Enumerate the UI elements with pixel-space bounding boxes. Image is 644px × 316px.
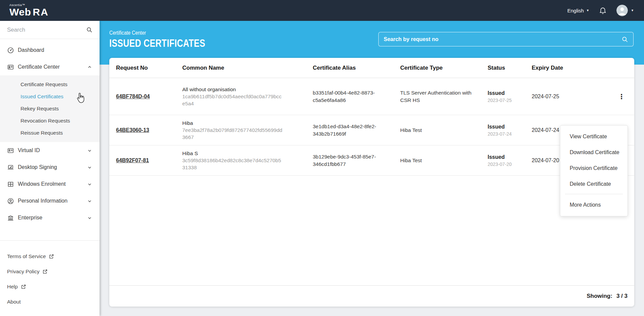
chevron-down-icon: [87, 165, 92, 170]
sidebar-nav: Dashboard Certificate Center Certificate…: [0, 39, 100, 226]
topbar: Ascertia™ WebRA English ▼ ▼: [0, 0, 644, 21]
sidebar-item-dashboard[interactable]: Dashboard: [0, 42, 100, 59]
caret-down-icon: ▼: [586, 9, 589, 12]
user-menu[interactable]: ▼: [616, 5, 634, 16]
menu-item-delete-certificate[interactable]: Delete Certificate: [560, 176, 628, 192]
webra-logo[interactable]: Ascertia™ WebRA: [9, 3, 49, 17]
sidebar-search: [0, 21, 100, 39]
sidebar-item-virtual-id[interactable]: Virtual ID: [0, 142, 100, 159]
bank-building-icon: [7, 214, 14, 221]
certificate-center-submenu: Certificate Requests Issued Certificates…: [0, 75, 100, 142]
menu-item-more-actions[interactable]: More Actions: [560, 196, 628, 213]
windows-icon: [7, 181, 14, 188]
status-cell: Issued 2023-07-20: [488, 154, 532, 167]
sidebar-item-revocation-requests[interactable]: Revocation Requests: [0, 115, 100, 127]
sidebar-item-certificate-requests[interactable]: Certificate Requests: [0, 78, 100, 91]
sidebar-item-certificate-center[interactable]: Certificate Center: [0, 59, 100, 75]
sidebar-search-input[interactable]: [7, 27, 86, 33]
request-no-link[interactable]: 64BE3060-13: [116, 127, 149, 133]
expiry-date: 2024-07-25: [532, 94, 618, 100]
request-search-box: [378, 32, 634, 46]
table-row: 64BE3060-13 Hiba 7ee3ba2f78a2b079fd87267…: [109, 115, 634, 145]
column-header-status: Status: [488, 65, 532, 71]
caret-down-icon: ▼: [631, 9, 634, 12]
sidebar: Dashboard Certificate Center Certificate…: [0, 21, 100, 316]
chevron-down-icon: [87, 148, 92, 153]
help-link[interactable]: Help: [0, 279, 100, 294]
terms-of-service-link[interactable]: Terms of Service: [0, 249, 100, 264]
menu-item-view-certificate[interactable]: View Certificate: [560, 129, 628, 144]
table-footer: Showing: 3 / 3: [109, 285, 634, 307]
common-name-cell: Hiba S 3c59f8d38186b42ed82c8c38e7d4c5270…: [182, 150, 313, 171]
external-link-icon: [21, 284, 26, 289]
certificate-type: TLS Server Authentication with CSR HS: [400, 89, 471, 104]
id-card-icon: [7, 147, 14, 154]
sidebar-item-windows-enrolment[interactable]: Windows Enrolment: [0, 176, 100, 192]
certificate-type: Hiba Test: [400, 127, 471, 134]
language-selector[interactable]: English ▼: [567, 8, 589, 13]
sidebar-item-label: Personal Information: [18, 198, 68, 204]
brand-webra: WebRA: [9, 7, 49, 17]
certificate-alias: b3351faf-00b4-4e82-8873-c5a5e6fa4a86: [313, 89, 389, 104]
menu-divider: [565, 194, 623, 194]
certificate-type: Hiba Test: [400, 157, 471, 164]
showing-label: Showing:: [586, 293, 612, 300]
column-header-certificate-type: Certificate Type: [400, 65, 488, 71]
sidebar-footer-links: Terms of Service Privacy Policy Help: [0, 241, 100, 309]
sidebar-item-label: Virtual ID: [18, 147, 40, 153]
certificate-card-icon: [7, 64, 14, 71]
sidebar-item-label: Dashboard: [18, 47, 44, 53]
status-cell: Issued 2023-07-24: [488, 124, 532, 137]
search-icon[interactable]: [86, 27, 92, 33]
request-no-link[interactable]: 64BF784D-04: [116, 94, 150, 100]
sidebar-item-label: Windows Enrolment: [18, 181, 66, 187]
sidebar-item-desktop-signing[interactable]: Desktop Signing: [0, 159, 100, 176]
menu-item-provision-certificate[interactable]: Provision Certificate: [560, 160, 628, 176]
language-label: English: [567, 8, 584, 13]
sidebar-item-issued-certificates[interactable]: Issued Certificates: [0, 91, 100, 103]
showing-count: 3 / 3: [616, 293, 628, 300]
table-row: 64BF784D-04 All without organisation 1ca…: [109, 78, 634, 115]
status-badge: Issued: [488, 124, 532, 130]
common-name-cell: All without organisation 1ca9b611df5b7dc…: [182, 86, 313, 107]
chevron-down-icon: [87, 216, 92, 220]
chevron-down-icon: [87, 199, 92, 203]
status-badge: Issued: [488, 90, 532, 96]
column-header-expiry-date: Expiry Date: [532, 65, 618, 71]
sidebar-item-rekey-requests[interactable]: Rekey Requests: [0, 103, 100, 115]
row-actions-context-menu: View Certificate Download Certificate Pr…: [560, 125, 628, 216]
sidebar-item-personal-information[interactable]: Personal Information: [0, 192, 100, 209]
chevron-up-icon: [87, 65, 92, 69]
chevron-down-icon: [87, 182, 92, 186]
sidebar-item-enterprise[interactable]: Enterprise: [0, 209, 100, 226]
request-search-input[interactable]: [384, 36, 621, 42]
privacy-policy-link[interactable]: Privacy Policy: [0, 264, 100, 279]
about-link[interactable]: About: [0, 294, 100, 309]
page-title: ISSUED CERTIFICATES: [109, 37, 205, 49]
notifications-bell-icon[interactable]: [599, 6, 607, 15]
external-link-icon: [42, 269, 48, 274]
request-no-link[interactable]: 64B92F07-81: [116, 157, 149, 164]
sidebar-item-label: Certificate Center: [18, 64, 60, 70]
certificate-fingerprint: 1ca9b611df5b7dc0d54aeecfd0ac0a779bcce5a4: [182, 93, 283, 107]
dashboard-gauge-icon: [7, 47, 14, 54]
certificate-fingerprint: 3c59f8d38186b42ed82c8c38e7d4c5270b531338: [182, 157, 283, 171]
search-icon[interactable]: [621, 36, 628, 43]
sidebar-item-label: Desktop Signing: [18, 164, 57, 170]
menu-item-download-certificate[interactable]: Download Certificate: [560, 144, 628, 160]
column-header-request-no: Request No: [116, 65, 182, 71]
table-row: 64B92F07-81 Hiba S 3c59f8d38186b42ed82c8…: [109, 145, 634, 176]
column-header-certificate-alias: Certificate Alias: [313, 65, 400, 71]
certificate-alias: 3b129ebe-9dc3-453f-85e7-346cd1fbb677: [313, 153, 389, 168]
certificate-fingerprint: 7ee3ba2f78a2b079fd872677402fd55699dd3667: [182, 127, 283, 141]
sidebar-item-label: Enterprise: [18, 215, 42, 221]
status-badge: Issued: [488, 154, 532, 160]
issued-certificates-card: Request No Common Name Certificate Alias…: [109, 58, 634, 307]
page-heading: Certificate Center ISSUED CERTIFICATES: [109, 30, 229, 49]
certificate-alias: 3e1db1ed-d3a4-48e2-8fe2-343b2b71669f: [313, 123, 389, 138]
row-actions-kebab-icon[interactable]: ⋮: [618, 93, 625, 100]
sidebar-item-reissue-requests[interactable]: Reissue Requests: [0, 127, 100, 139]
laptop-pen-icon: [7, 164, 14, 171]
breadcrumb: Certificate Center: [109, 30, 211, 36]
column-header-common-name: Common Name: [182, 65, 313, 71]
